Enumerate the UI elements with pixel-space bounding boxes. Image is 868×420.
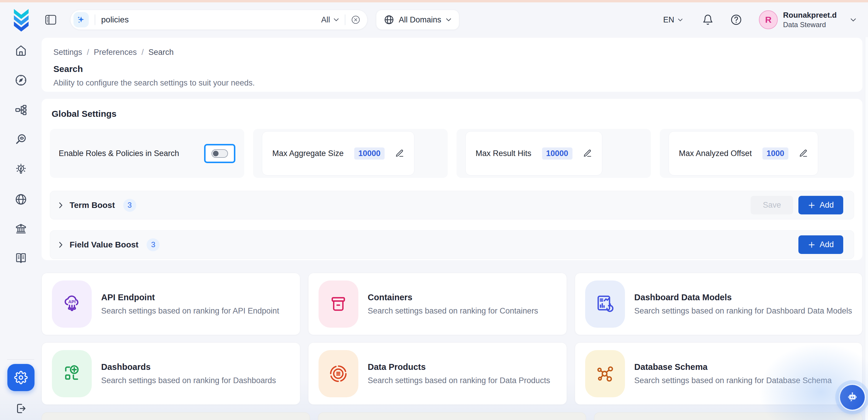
expand-chevron-icon[interactable] [58,202,63,209]
expand-chevron-icon[interactable] [58,242,63,248]
chat-assistant-button[interactable] [840,385,865,410]
setting-label: Max Result Hits [476,149,531,158]
sidebar-item-govern[interactable] [14,222,27,235]
entity-card-text: Database Schema Search settings based on… [634,362,832,385]
page-title: Search [53,64,850,74]
sidebar-item-observability[interactable] [14,133,27,146]
dashboards-icon [52,350,92,397]
global-settings-card: Global Settings Enable Roles & Policies … [41,99,862,260]
language-label: EN [663,16,674,25]
sidebar-item-lineage[interactable] [14,103,27,117]
chevron-down-icon [678,18,683,22]
field-value-boost-section: Field Value Boost 3 Add [50,230,854,259]
toggle-focus-ring [204,144,235,163]
breadcrumb-preferences[interactable]: Preferences [94,48,137,57]
setting-label: Max Analyzed Offset [679,149,752,158]
search-divider [345,14,345,25]
edit-icon[interactable] [583,149,592,158]
setting-field: Max Aggregate Size 10000 [262,131,414,176]
add-field-value-boost-button[interactable]: Add [798,235,843,254]
sidebar-item-explore[interactable] [14,74,27,87]
entity-card-containers[interactable]: Containers Search settings based on rank… [308,273,567,335]
entity-card-dashboards[interactable]: Dashboards Search settings based on rank… [41,342,300,404]
entity-settings-grid-next-row [41,412,862,420]
logout-button[interactable] [15,402,27,415]
home-icon [14,44,27,57]
entity-card-title: Database Schema [634,362,832,372]
field-value-boost-actions: Add [798,235,843,254]
entity-card-description: Search settings based on ranking for Das… [634,306,852,316]
entity-card-database-schema[interactable]: Database Schema Search settings based on… [575,342,862,404]
roles-policies-toggle[interactable] [212,149,228,158]
add-term-boost-button[interactable]: Add [798,196,843,214]
roles-policies-setting-card: Enable Roles & Policies in Search [50,129,244,178]
edit-icon[interactable] [395,149,404,158]
search-scope-dropdown[interactable]: All [321,16,339,25]
containers-icon [318,280,358,328]
entity-card-title: Dashboards [101,362,276,372]
field-value-boost-label: Field Value Boost [70,240,138,249]
entity-card-data-products[interactable]: Data Products Search settings based on r… [308,342,567,404]
sidebar-item-insights[interactable] [14,163,27,176]
trial-banner-strip [0,0,868,2]
help-button[interactable] [731,14,742,25]
header-actions: EN R Rounakpreet.d Data Steward [663,10,856,29]
global-settings-grid: Enable Roles & Policies in Search Max Ag… [50,129,854,178]
edit-icon[interactable] [799,149,808,158]
entity-card-text: Containers Search settings based on rank… [368,293,538,316]
term-boost-actions: Save Add [751,196,843,214]
domain-filter-dropdown[interactable]: All Domains [376,10,459,30]
entity-card-api-endpoint[interactable]: API API Endpoint Search settings based o… [41,273,300,335]
svg-text:API: API [68,299,75,304]
sidebar-item-glossary[interactable] [14,251,27,265]
sitemap-icon [14,103,27,117]
entity-card-partial[interactable] [594,412,862,420]
term-boost-count-badge: 3 [123,199,136,212]
sidebar-item-settings[interactable] [7,364,34,391]
globe-icon [14,193,27,206]
term-boost-label: Term Boost [70,201,115,210]
left-sidebar [0,37,41,420]
sidebar-toggle-button[interactable] [45,14,57,25]
sidebar-item-home[interactable] [14,44,27,57]
avatar[interactable]: R [759,10,778,29]
entity-card-description: Search settings based on ranking for API… [101,306,279,316]
setting-value: 10000 [542,148,572,159]
entity-card-title: Containers [368,293,538,302]
ai-sparkle-icon[interactable] [73,12,89,27]
page-header-card: Settings / Preferences / Search Search A… [41,38,862,92]
app-logo-icon[interactable] [12,8,31,32]
breadcrumb: Settings / Preferences / Search [53,48,850,57]
magnifier-eye-icon [14,133,27,146]
sidebar-item-domains[interactable] [14,193,27,206]
entity-card-text: Data Products Search settings based on r… [368,362,550,385]
search-input[interactable] [101,15,321,25]
breadcrumb-settings[interactable]: Settings [53,48,82,57]
page-description: Ability to configure the search settings… [53,79,850,88]
user-menu[interactable]: R Rounakpreet.d Data Steward [759,10,856,29]
notifications-button[interactable] [702,14,713,25]
entity-card-title: Dashboard Data Models [634,293,852,302]
entity-card-partial[interactable] [41,412,310,420]
entity-card-text: Dashboard Data Models Search settings ba… [634,293,852,316]
global-search-bar[interactable]: All [70,10,368,30]
logout-icon [15,402,27,415]
setting-value: 1000 [763,148,788,159]
breadcrumb-separator: / [142,48,144,57]
app-header: All All Domains EN [0,2,868,37]
entity-card-dashboard-data-models[interactable]: Dashboard Data Models Search settings ba… [575,273,862,335]
setting-label: Enable Roles & Policies in Search [59,149,179,158]
sidebar-divider [7,359,34,360]
field-value-boost-count-badge: 3 [147,238,160,251]
entity-card-description: Search settings based on ranking for Dat… [634,376,832,385]
robot-icon [845,390,860,405]
toggle-knob [213,151,219,156]
add-button-label: Add [819,240,834,249]
search-clear-button[interactable] [351,16,360,24]
language-selector[interactable]: EN [663,16,683,25]
scrollbar-track[interactable] [865,37,868,420]
bell-icon [702,14,713,25]
entity-card-partial[interactable] [318,412,586,420]
domain-filter-label: All Domains [399,16,441,25]
save-button[interactable]: Save [751,196,793,214]
